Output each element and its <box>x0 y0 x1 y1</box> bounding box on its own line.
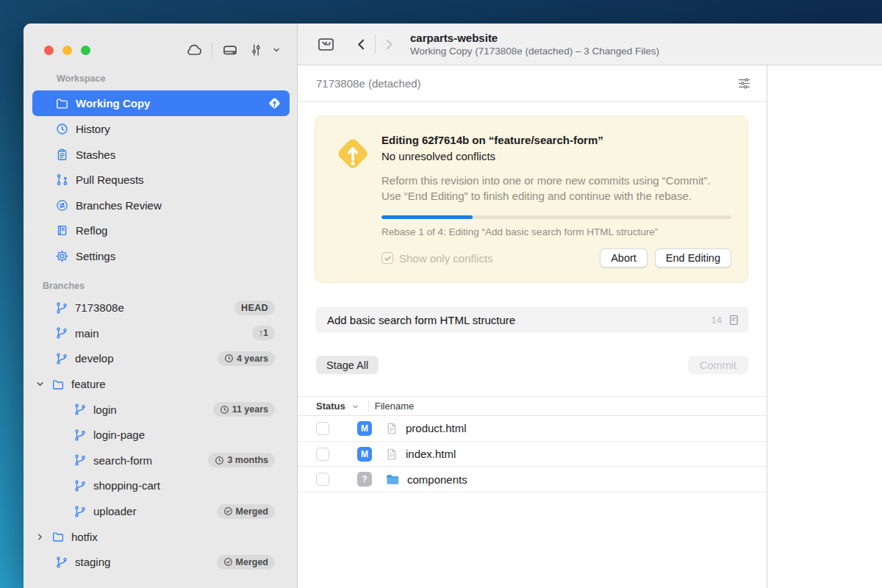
chevron-down-icon[interactable] <box>35 379 45 389</box>
sliders-icon[interactable] <box>736 76 752 91</box>
detached-head-label: 7173808e (detached) <box>316 77 421 90</box>
branch-row-login[interactable]: login 11 years <box>24 397 297 423</box>
drive-icon[interactable] <box>220 40 240 60</box>
gear-icon <box>55 249 69 263</box>
sidebar-item-history[interactable]: History <box>24 117 297 143</box>
sidebar-header <box>44 38 281 62</box>
branch-row-login-page[interactable]: login-page <box>24 422 297 448</box>
age-badge: 3 months <box>208 453 275 467</box>
repo-title: carparts-website <box>410 32 659 44</box>
banner-subtitle: No unresolved conflicts <box>381 150 731 162</box>
filename: components <box>407 473 467 486</box>
repository-icon[interactable] <box>316 35 336 54</box>
filename: product.html <box>406 422 467 434</box>
minimize-button[interactable] <box>62 46 72 55</box>
branch-name: uploader <box>93 505 136 517</box>
back-button[interactable] <box>355 37 368 51</box>
forward-button[interactable] <box>383 37 395 51</box>
file-row-index[interactable]: M index.html <box>298 442 767 467</box>
git-branch-icon <box>55 352 68 365</box>
close-button[interactable] <box>44 46 54 55</box>
age-badge: 11 years <box>213 402 275 417</box>
file-row-product[interactable]: M product.html <box>298 416 767 442</box>
check-circle-icon <box>223 557 233 567</box>
banner-description: Reform this revision into one or more ne… <box>381 173 731 204</box>
check-circle-icon <box>223 506 233 516</box>
divider <box>212 42 212 58</box>
branch-row-staging[interactable]: staging Merged <box>24 549 297 575</box>
clock-icon <box>224 354 234 363</box>
sidebar-item-label: Pull Requests <box>76 173 144 186</box>
abort-button[interactable]: Abort <box>600 248 648 268</box>
branch-name: login <box>93 404 117 416</box>
sidebar-item-settings[interactable]: Settings <box>24 243 297 269</box>
show-only-conflicts-checkbox[interactable] <box>381 252 393 264</box>
filename-column-header[interactable]: Filename <box>375 401 414 412</box>
git-branch-icon <box>74 403 87 416</box>
git-branch-icon <box>55 556 68 569</box>
sidebar-item-label: Stashes <box>76 148 115 161</box>
branch-row-search-form[interactable]: search-form 3 months <box>24 448 297 473</box>
repo-subtitle: Working Copy (7173808e (detached) – 3 Ch… <box>410 46 659 57</box>
pull-request-icon <box>55 173 69 187</box>
branch-row-7173808e[interactable]: 7173808e HEAD <box>24 295 297 321</box>
file-table-header: Status Filename <box>298 396 767 416</box>
stage-checkbox[interactable] <box>316 422 329 435</box>
sidebar-item-label: Settings <box>76 250 115 262</box>
sidebar-item-label: Working Copy <box>76 97 150 110</box>
zoom-button[interactable] <box>81 46 90 55</box>
sort-chevron-icon[interactable] <box>351 403 359 411</box>
cloud-icon[interactable] <box>184 40 204 60</box>
file-row-components[interactable]: ? components <box>298 467 767 492</box>
stage-checkbox[interactable] <box>316 473 329 486</box>
status-column-header[interactable]: Status <box>316 401 345 412</box>
ahead-badge: ↑1 <box>252 326 275 340</box>
branch-row-shopping-cart[interactable]: shopping-cart <box>24 473 297 499</box>
status-badge-untracked: ? <box>357 472 372 487</box>
folder-icon <box>384 472 400 487</box>
tuner-icon[interactable] <box>248 42 264 58</box>
rebase-progress-label: Rebase 1 of 4: Editing “Add basic search… <box>381 226 731 237</box>
folder-icon <box>51 530 65 543</box>
detail-pane-empty <box>767 65 882 588</box>
clock-icon <box>215 456 224 465</box>
chevron-right-icon[interactable] <box>35 532 45 542</box>
branch-name: staging <box>75 556 110 568</box>
sidebar-item-branches-review[interactable]: Branches Review <box>24 193 297 218</box>
commit-message-input[interactable] <box>327 314 711 326</box>
clock-icon <box>220 405 229 415</box>
branch-folder-name: hotfix <box>71 531 98 543</box>
message-template-icon[interactable] <box>728 313 740 327</box>
stage-checkbox[interactable] <box>316 448 329 461</box>
sidebar-item-reflog[interactable]: Reflog <box>24 218 297 244</box>
branches-section-label: Branches <box>43 281 297 291</box>
branch-name: develop <box>75 352 114 365</box>
stage-all-button[interactable]: Stage All <box>316 356 379 374</box>
git-branch-icon <box>74 429 87 442</box>
file-icon <box>384 447 398 462</box>
reflog-icon <box>55 223 69 237</box>
sidebar-item-working-copy[interactable]: Working Copy <box>32 90 290 116</box>
branch-row-develop[interactable]: develop 4 years <box>24 346 297 372</box>
branch-name: search-form <box>93 454 152 467</box>
git-branch-icon <box>55 326 68 340</box>
end-editing-button[interactable]: End Editing <box>655 248 731 268</box>
branch-folder-feature[interactable]: feature <box>24 371 297 397</box>
file-icon <box>384 421 398 436</box>
banner-title: Editing 62f7614b on “feature/search-form… <box>381 134 731 146</box>
history-icon <box>55 122 69 136</box>
rebase-progress-fill <box>381 215 473 219</box>
status-badge-modified: M <box>357 421 372 436</box>
branch-row-main[interactable]: main ↑1 <box>24 320 297 346</box>
branch-folder-hotfix[interactable]: hotfix <box>24 524 297 550</box>
chevron-down-icon[interactable] <box>272 46 281 54</box>
sidebar-item-stashes[interactable]: Stashes <box>24 142 297 168</box>
head-badge: HEAD <box>234 301 275 315</box>
sidebar-item-label: Reflog <box>76 224 107 237</box>
commit-button[interactable]: Commit <box>688 356 748 374</box>
commit-message-box: 14 <box>316 307 748 332</box>
sidebar-item-pull-requests[interactable]: Pull Requests <box>24 168 297 193</box>
branch-row-uploader[interactable]: uploader Merged <box>24 498 297 524</box>
divider <box>375 35 376 54</box>
traffic-lights <box>44 46 90 55</box>
